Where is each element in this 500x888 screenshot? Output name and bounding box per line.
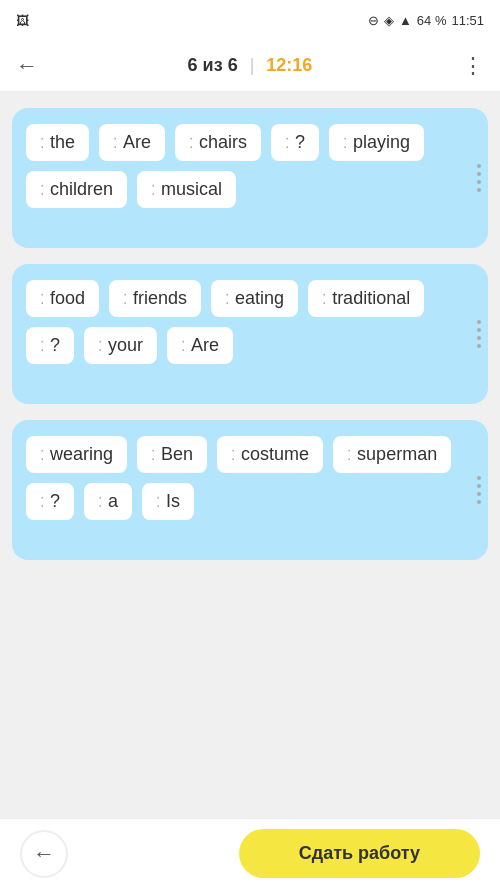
word-card-2: food friends eating traditional ? your A… xyxy=(12,264,488,404)
status-bar-left: 🖼 xyxy=(16,13,29,28)
status-bar: 🖼 ⊖ ◈ ▲ 64 % 11:51 xyxy=(0,0,500,40)
battery-label: 64 % xyxy=(417,13,447,28)
word-chip[interactable]: Are xyxy=(99,124,165,161)
nav-title: 6 из 6 | 12:16 xyxy=(188,55,313,76)
submit-button[interactable]: Сдать работу xyxy=(239,829,480,878)
drag-handle-3 xyxy=(476,465,482,515)
word-card-1-inner: the Are chairs ? playing children musica… xyxy=(26,124,474,208)
word-chip[interactable]: the xyxy=(26,124,89,161)
drag-handle-2 xyxy=(476,309,482,359)
word-chip[interactable]: Is xyxy=(142,483,194,520)
progress-label: 6 из 6 xyxy=(188,55,238,76)
word-card-3: wearing Ben costume superman ? a Is xyxy=(12,420,488,560)
word-chip[interactable]: wearing xyxy=(26,436,127,473)
word-chip[interactable]: eating xyxy=(211,280,298,317)
time-label: 11:51 xyxy=(451,13,484,28)
word-chip[interactable]: your xyxy=(84,327,157,364)
wifi-icon: ◈ xyxy=(384,13,394,28)
word-chip[interactable]: children xyxy=(26,171,127,208)
bottom-back-button[interactable]: ← xyxy=(20,830,68,878)
bottom-bar: ← Сдать работу xyxy=(0,818,500,888)
word-chip[interactable]: food xyxy=(26,280,99,317)
word-chip[interactable]: ? xyxy=(271,124,319,161)
no-disturb-icon: ⊖ xyxy=(368,13,379,28)
word-chip[interactable]: traditional xyxy=(308,280,424,317)
status-icons: ⊖ ◈ ▲ 64 % 11:51 xyxy=(368,13,484,28)
signal-icon: ▲ xyxy=(399,13,412,28)
nav-bar: ← 6 из 6 | 12:16 ⋮ xyxy=(0,40,500,92)
more-button[interactable]: ⋮ xyxy=(462,53,484,79)
word-card-3-inner: wearing Ben costume superman ? a Is xyxy=(26,436,474,520)
nav-back-button[interactable]: ← xyxy=(16,53,38,79)
word-card-1: the Are chairs ? playing children musica… xyxy=(12,108,488,248)
content-area: the Are chairs ? playing children musica… xyxy=(0,92,500,818)
word-chip[interactable]: Are xyxy=(167,327,233,364)
word-chip[interactable]: musical xyxy=(137,171,236,208)
timer-label: 12:16 xyxy=(266,55,312,76)
gallery-icon: 🖼 xyxy=(16,13,29,28)
word-chip[interactable]: friends xyxy=(109,280,201,317)
word-chip[interactable]: a xyxy=(84,483,132,520)
word-chip[interactable]: ? xyxy=(26,327,74,364)
word-card-2-inner: food friends eating traditional ? your A… xyxy=(26,280,474,364)
drag-handle-1 xyxy=(476,153,482,203)
word-chip[interactable]: superman xyxy=(333,436,451,473)
separator: | xyxy=(250,55,255,76)
word-chip[interactable]: Ben xyxy=(137,436,207,473)
word-chip[interactable]: playing xyxy=(329,124,424,161)
word-chip[interactable]: costume xyxy=(217,436,323,473)
word-chip[interactable]: chairs xyxy=(175,124,261,161)
word-chip[interactable]: ? xyxy=(26,483,74,520)
